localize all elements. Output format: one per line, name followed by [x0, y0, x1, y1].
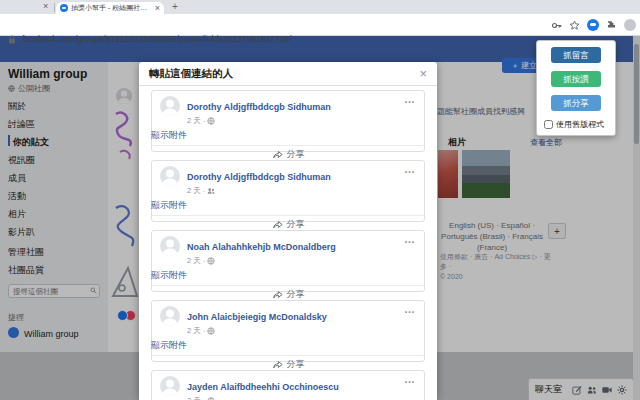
show-attachment-link[interactable]: 顯示附件: [151, 339, 416, 352]
extension-favicon-icon: [60, 4, 68, 12]
share-label: 分享: [287, 148, 305, 161]
show-attachment-link[interactable]: 顯示附件: [151, 199, 416, 212]
modal-title: 轉貼這個連結的人: [149, 67, 419, 81]
legacy-mode-label: 使用舊版程式: [556, 119, 604, 130]
post-time: 2 天: [187, 256, 201, 266]
share-label: 分享: [287, 218, 305, 231]
dot-separator: ·: [203, 397, 206, 400]
padlock-icon: [8, 35, 16, 44]
post-time: 2 天: [187, 326, 201, 336]
privacy-globe-icon: [207, 117, 215, 125]
share-arrow-icon: [272, 220, 283, 229]
privacy-globe-icon: [207, 327, 215, 335]
privacy-globe-icon: [207, 257, 215, 265]
more-options-icon[interactable]: …: [404, 163, 416, 175]
show-attachment-link[interactable]: 顯示附件: [151, 269, 416, 282]
bookmark-star-icon[interactable]: [569, 20, 580, 31]
resharer-card: Dorothy Aldjgffbddcgb Sidhuman 2 天· … 顯示…: [151, 160, 425, 222]
more-options-icon[interactable]: …: [404, 233, 416, 245]
more-options-icon[interactable]: …: [404, 93, 416, 105]
grab-comments-button[interactable]: 抓留言: [551, 47, 601, 63]
legacy-mode-option[interactable]: 使用舊版程式: [544, 119, 615, 130]
avatar[interactable]: [160, 236, 180, 256]
active-tab[interactable]: 抽獎小幫手 - 粉絲團社團開獎機 ×: [56, 2, 164, 14]
extensions-puzzle-icon[interactable]: [606, 20, 617, 31]
resharer-name[interactable]: John Alaicbjeiegig McDonaldsky: [187, 312, 327, 322]
browser-profile-avatar[interactable]: [624, 19, 636, 31]
resharer-card: Dorothy Aldjgffbddcgb Sidhuman 2 天· … 顯示…: [151, 90, 425, 152]
post-time: 2 天: [187, 186, 201, 196]
resharers-list: Dorothy Aldjgffbddcgb Sidhuman 2 天· … 顯示…: [139, 86, 437, 400]
avatar[interactable]: [160, 166, 180, 186]
close-icon[interactable]: ×: [419, 66, 427, 81]
extension-dropdown: 抓留言 抓按讚 抓分享 使用舊版程式: [536, 40, 616, 136]
grab-shares-button[interactable]: 抓分享: [551, 95, 601, 111]
privacy-friends-icon: [207, 187, 215, 195]
dot-separator: ·: [203, 187, 206, 196]
more-options-icon[interactable]: …: [404, 303, 416, 315]
avatar[interactable]: [160, 376, 180, 396]
new-tab-button[interactable]: +: [172, 1, 178, 12]
legacy-mode-checkbox[interactable]: [544, 120, 553, 129]
resharer-name[interactable]: Noah Alahahhkehjb McDonaldberg: [187, 242, 336, 252]
share-arrow-icon: [272, 290, 283, 299]
url-text[interactable]: facebook.com/groups/815152135659655/perm…: [22, 34, 291, 44]
modal-header: 轉貼這個連結的人 ×: [139, 62, 437, 86]
avatar[interactable]: [160, 306, 180, 326]
post-time: 2 天: [187, 116, 201, 126]
avatar[interactable]: [160, 96, 180, 116]
resharer-card: John Alaicbjeiegig McDonaldsky 2 天· … 顯示…: [151, 300, 425, 362]
key-icon[interactable]: [551, 20, 562, 31]
dot-separator: ·: [203, 327, 206, 336]
post-time: 2 天: [187, 396, 201, 400]
tab-close-icon[interactable]: ×: [155, 3, 160, 13]
ghost-tab-close-icon[interactable]: ×: [43, 1, 48, 11]
more-options-icon[interactable]: …: [404, 373, 416, 385]
resharer-name[interactable]: Jayden Alaifbdheehhi Occhinoescu: [187, 382, 339, 392]
resharers-modal: 轉貼這個連結的人 × Dorothy Aldjgffbddcgb Sidhuma…: [139, 62, 437, 400]
tab-title: 抽獎小幫手 - 粉絲團社團開獎機: [71, 3, 152, 13]
dot-separator: ·: [203, 257, 206, 266]
resharer-name[interactable]: Dorothy Aldjgffbddcgb Sidhuman: [187, 172, 331, 182]
share-label: 分享: [287, 288, 305, 301]
dot-separator: ·: [203, 117, 206, 126]
grab-likes-button[interactable]: 抓按讚: [551, 71, 601, 87]
lottery-extension-icon[interactable]: [587, 19, 599, 31]
browser-toolbar: facebook.com/groups/815152135659655/perm…: [0, 14, 640, 36]
show-attachment-link[interactable]: 顯示附件: [151, 129, 416, 142]
resharer-name[interactable]: Dorothy Aldjgffbddcgb Sidhuman: [187, 102, 331, 112]
tab-divider: [54, 3, 55, 12]
resharer-card: Noah Alahahhkehjb McDonaldberg 2 天· … 顯示…: [151, 230, 425, 292]
share-arrow-icon: [272, 150, 283, 159]
share-arrow-icon: [272, 360, 283, 369]
resharer-card: Jayden Alaifbdheehhi Occhinoescu 2 天· … …: [151, 370, 425, 400]
share-label: 分享: [287, 358, 305, 371]
